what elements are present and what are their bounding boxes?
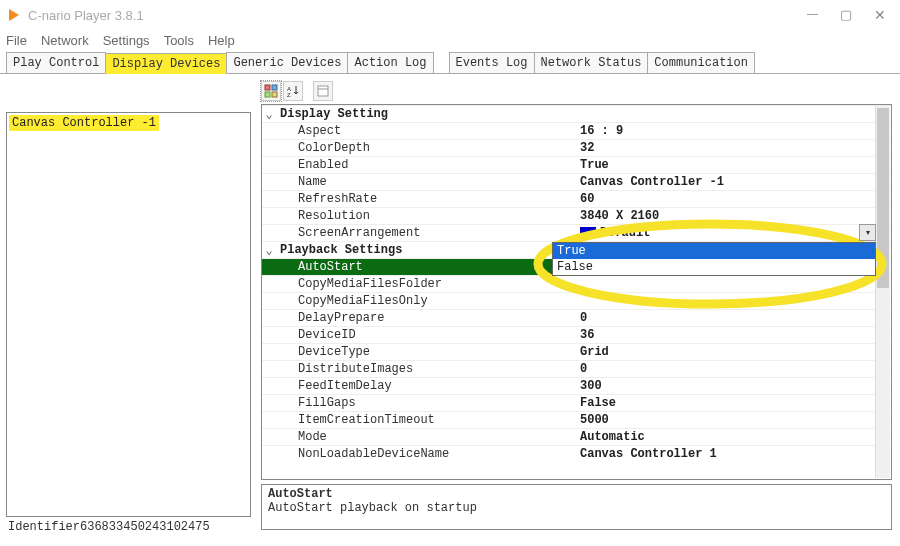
menu-settings[interactable]: Settings [103,33,150,48]
prop-name: DeviceType [276,344,576,361]
prop-value[interactable]: Grid [576,344,891,361]
prop-value[interactable]: 36 [576,327,891,344]
prop-value[interactable]: Default [576,225,891,242]
tab-play-control[interactable]: Play Control [6,52,106,73]
prop-value[interactable]: 16 : 9 [576,123,891,140]
prop-value[interactable]: True [576,157,891,174]
prop-row: DeviceID36 [262,327,891,344]
prop-name: ScreenArrangement [276,225,576,242]
tree-item-canvas-controller[interactable]: Canvas Controller -1 [9,115,159,131]
dropdown-option-true[interactable]: True [553,243,875,259]
prop-value[interactable]: 5000 [576,412,891,429]
svg-marker-0 [9,9,19,21]
menu-tools[interactable]: Tools [164,33,194,48]
property-grid[interactable]: ⌄ Display Setting Aspect16 : 9 ColorDept… [261,104,892,480]
prop-value[interactable]: 300 [576,378,891,395]
device-tree[interactable]: Canvas Controller -1 [6,112,251,517]
menu-help[interactable]: Help [208,33,235,48]
prop-row: DelayPrepare0 [262,310,891,327]
alpha-sort-button[interactable]: AZ [283,81,303,101]
prop-value[interactable]: 32 [576,140,891,157]
prop-row: FillGapsFalse [262,395,891,412]
description-pane: AutoStart AutoStart playback on startup [261,484,892,530]
tab-label: Communication [654,56,748,70]
prop-row: RefreshRate60 [262,191,891,208]
tab-label: Events Log [456,56,528,70]
prop-value[interactable]: 0 [576,310,891,327]
property-pages-icon [316,84,330,98]
prop-name: Aspect [276,123,576,140]
menu-file[interactable]: File [6,33,27,48]
prop-value[interactable]: False [576,395,891,412]
prop-row: Resolution3840 X 2160 [262,208,891,225]
svg-rect-1 [265,85,270,90]
tabbar: Play Control Display Devices Generic Dev… [0,50,900,74]
tab-action-log[interactable]: Action Log [347,52,433,73]
prop-value-text: Default [600,226,650,240]
categorize-icon [264,84,278,98]
tab-generic-devices[interactable]: Generic Devices [226,52,348,73]
dropdown-arrow-icon[interactable]: ▾ [859,224,876,241]
prop-name: NonLoadableDeviceName [276,446,576,463]
right-pane: AZ ⌄ Display Setting Aspect16 [255,74,900,534]
tab-label: Network Status [541,56,642,70]
menu-network[interactable]: Network [41,33,89,48]
scrollbar-thumb[interactable] [877,108,889,288]
prop-value[interactable] [576,293,891,310]
left-pane: Canvas Controller -1 Identifier636833450… [0,74,255,534]
identifier-caption: Identifier [8,520,80,534]
property-pages-button[interactable] [313,81,333,101]
prop-row: Aspect16 : 9 [262,123,891,140]
dropdown-list[interactable]: True False [552,242,876,276]
prop-value[interactable]: 0 [576,361,891,378]
prop-row: ModeAutomatic [262,429,891,446]
maximize-button[interactable]: ▢ [840,7,852,23]
svg-rect-4 [272,92,277,97]
categorize-button[interactable] [261,81,281,101]
category-display-setting[interactable]: ⌄ Display Setting [262,106,891,123]
prop-value[interactable]: 3840 X 2160 [576,208,891,225]
prop-row: EnabledTrue [262,157,891,174]
prop-name: CopyMediaFilesOnly [276,293,576,310]
prop-row: NameCanvas Controller -1 [262,174,891,191]
tab-display-devices[interactable]: Display Devices [105,53,227,74]
prop-name: Mode [276,429,576,446]
svg-rect-2 [272,85,277,90]
main: Canvas Controller -1 Identifier636833450… [0,74,900,534]
prop-value[interactable] [576,276,891,293]
close-button[interactable]: ✕ [874,7,886,23]
tab-events-log[interactable]: Events Log [449,52,535,73]
tab-label: Generic Devices [233,56,341,70]
prop-name: RefreshRate [276,191,576,208]
description-text: AutoStart playback on startup [268,501,885,515]
prop-row: DeviceTypeGrid [262,344,891,361]
window-controls: — ▢ ✕ [807,7,894,23]
prop-name: FillGaps [276,395,576,412]
window-title: C-nario Player 3.8.1 [28,8,807,23]
prop-name: Enabled [276,157,576,174]
prop-value[interactable]: Automatic [576,429,891,446]
tab-label: Display Devices [112,57,220,71]
prop-name: DistributeImages [276,361,576,378]
prop-value[interactable]: Canvas Controller 1 [576,446,891,463]
prop-name: DeviceID [276,327,576,344]
prop-row: ColorDepth32 [262,140,891,157]
color-chip [580,227,596,238]
autostart-dropdown[interactable]: ▾ True False [552,242,876,276]
minimize-button[interactable]: — [807,7,818,23]
identifier-label: Identifier636833450243102475 [6,520,251,534]
prop-row: NonLoadableDeviceNameCanvas Controller 1 [262,446,891,463]
tab-network-status[interactable]: Network Status [534,52,649,73]
prop-name: DelayPrepare [276,310,576,327]
prop-name: Name [276,174,576,191]
vertical-scrollbar[interactable] [875,106,890,478]
prop-value[interactable]: 60 [576,191,891,208]
dropdown-option-false[interactable]: False [553,259,875,275]
app-logo-icon [6,7,22,23]
prop-name: Resolution [276,208,576,225]
prop-value[interactable]: Canvas Controller -1 [576,174,891,191]
prop-name: ItemCreationTimeout [276,412,576,429]
chevron-down-icon[interactable]: ⌄ [262,106,276,123]
tab-communication[interactable]: Communication [647,52,755,73]
chevron-down-icon[interactable]: ⌄ [262,242,276,259]
